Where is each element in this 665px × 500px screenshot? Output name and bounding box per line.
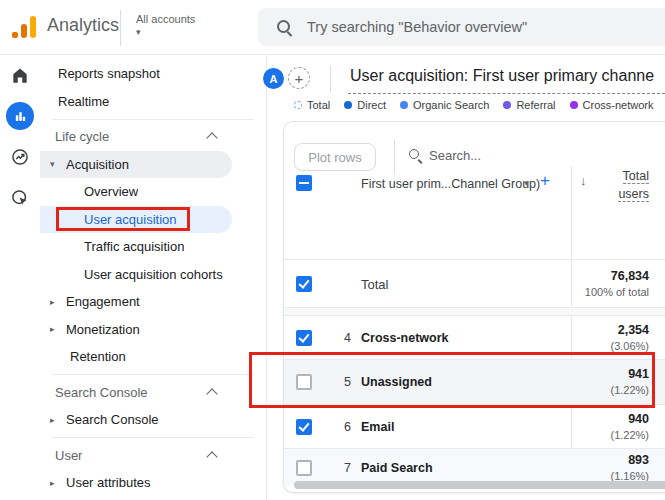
sidebar-item-overview[interactable]: Overview — [40, 178, 232, 206]
select-all-checkbox[interactable] — [296, 175, 312, 191]
caret-right-icon[interactable]: ▸ — [50, 415, 66, 425]
legend-label: Referral — [516, 99, 555, 111]
sidebar-item-acquisition[interactable]: ▾Acquisition — [40, 151, 232, 179]
explore-icon[interactable] — [6, 143, 34, 171]
row-values: 940(1.22%) — [610, 410, 649, 442]
row-index: 7 — [344, 461, 351, 475]
row-index: 4 — [344, 331, 351, 345]
logo-bar-tall — [30, 16, 36, 38]
legend-label: Organic Search — [413, 99, 489, 111]
sidebar-item-user[interactable]: User — [40, 442, 232, 470]
google-analytics-app: Analytics All accounts ▾ Try searching "… — [0, 0, 665, 500]
table-row-unassigned[interactable]: 5Unassigned941(1.22%) — [284, 360, 665, 405]
sidebar-item-traffic-acquisition[interactable]: Traffic acquisition — [40, 233, 232, 261]
row-checkbox[interactable] — [296, 419, 312, 435]
caret-right-icon[interactable]: ▸ — [50, 478, 66, 488]
totals-value: 76,834 — [585, 267, 649, 284]
metric-column-header[interactable]: Total users — [618, 167, 649, 203]
sidebar-item-search-console[interactable]: Search Console — [40, 379, 232, 407]
sidebar-item-label: User — [55, 448, 82, 463]
sidebar-divider — [52, 437, 254, 438]
legend-item-direct[interactable]: Direct — [344, 99, 386, 111]
total-users-percent: (1.22%) — [610, 427, 649, 442]
sidebar-item-user-attributes[interactable]: ▸User attributes — [40, 469, 232, 497]
sidebar-item-reports-snapshot[interactable]: Reports snapshot — [40, 60, 232, 88]
row-values: 941(1.22%) — [610, 366, 649, 398]
advertising-icon[interactable] — [6, 184, 34, 212]
sidebar-item-label: User attributes — [66, 475, 151, 490]
sidebar-item-realtime[interactable]: Realtime — [40, 88, 232, 116]
caret-down-icon[interactable]: ▾ — [50, 159, 66, 169]
topbar-divider — [120, 10, 121, 46]
total-users-value: 940 — [610, 410, 649, 427]
total-users-value: 2,354 — [610, 321, 649, 338]
caret-right-icon[interactable]: ▸ — [50, 297, 66, 307]
caret-down-icon[interactable]: ▾ — [524, 178, 529, 188]
sidebar-item-label: User acquisition — [84, 212, 177, 227]
home-icon[interactable] — [6, 62, 34, 90]
chevron-up-icon[interactable] — [206, 388, 217, 399]
table-row-email[interactable]: 6Email940(1.22%) — [284, 405, 665, 449]
row-checkbox[interactable] — [296, 374, 312, 390]
sidebar-item-user-acquisition[interactable]: User acquisition — [40, 206, 232, 234]
logo-bar-mid — [21, 24, 27, 38]
row-checkbox[interactable] — [296, 276, 312, 292]
sidebar-item-search-console[interactable]: ▸Search Console — [40, 406, 232, 434]
add-column-button[interactable]: + — [540, 171, 550, 191]
sidebar-item-life-cycle[interactable]: Life cycle — [40, 123, 232, 151]
sidebar-item-label: Traffic acquisition — [84, 239, 184, 254]
totals-label: Total — [361, 276, 388, 291]
chart-legend: TotalDirectOrganic SearchReferralCross-n… — [294, 98, 665, 112]
total-users-value: 893 — [610, 451, 649, 468]
dimension-column-header[interactable]: First user prim...Channel Group) — [361, 177, 540, 191]
legend-dot-icon — [294, 101, 302, 109]
reports-sidebar: Reports snapshotRealtimeLife cycle▾Acqui… — [40, 54, 267, 500]
avatar[interactable]: A — [263, 68, 284, 89]
chevron-up-icon[interactable] — [206, 451, 217, 462]
account-switcher[interactable]: All accounts ▾ — [136, 13, 195, 37]
sidebar-item-label: Acquisition — [66, 157, 129, 172]
legend-dot-icon — [570, 101, 578, 109]
total-users-value: 941 — [610, 366, 649, 383]
add-comparison-button[interactable]: + — [288, 67, 310, 89]
row-checkbox[interactable] — [296, 330, 312, 346]
title-dashed-underline — [348, 93, 665, 94]
row-index: 6 — [344, 420, 351, 434]
caret-down-icon[interactable]: ▾ — [136, 27, 195, 37]
analytics-logo-icon[interactable] — [12, 16, 38, 38]
caret-right-icon[interactable]: ▸ — [50, 324, 66, 334]
legend-item-referral[interactable]: Referral — [503, 99, 555, 111]
legend-dot-icon — [344, 101, 352, 109]
sidebar-item-label: Reports snapshot — [58, 66, 160, 81]
sidebar-item-retention[interactable]: Retention — [40, 343, 232, 371]
legend-item-cross-network[interactable]: Cross-network — [570, 99, 654, 111]
sidebar-item-user-acquisition-cohorts[interactable]: User acquisition cohorts — [40, 261, 232, 289]
horizontal-scrollbar[interactable] — [294, 481, 665, 489]
row-checkbox[interactable] — [296, 460, 312, 476]
table-search-input[interactable]: Search... — [429, 148, 481, 163]
header-divider — [330, 66, 331, 92]
global-search-input[interactable]: Try searching "Behavior overview" — [258, 8, 665, 46]
sort-descending-icon[interactable]: ↓ — [580, 173, 587, 188]
global-search-placeholder: Try searching "Behavior overview" — [307, 19, 527, 35]
legend-dot-icon — [503, 101, 511, 109]
toolbar-divider — [394, 140, 395, 173]
legend-item-organic-search[interactable]: Organic Search — [400, 99, 489, 111]
plot-rows-button[interactable]: Plot rows — [294, 143, 376, 171]
sidebar-divider — [52, 374, 254, 375]
account-switcher-label: All accounts — [136, 13, 195, 25]
legend-label: Cross-network — [583, 99, 654, 111]
sidebar-item-engagement[interactable]: ▸Engagement — [40, 288, 232, 316]
reports-bar-chart-icon[interactable] — [6, 102, 34, 130]
legend-item-total[interactable]: Total — [294, 99, 330, 111]
channel-name: Email — [361, 420, 394, 434]
channel-name: Paid Search — [361, 461, 433, 475]
table-row-cross-network[interactable]: 4Cross-network2,354(3.06%) — [284, 316, 665, 360]
row-values: 2,354(3.06%) — [610, 321, 649, 353]
sidebar-item-label: Retention — [70, 349, 126, 364]
sidebar-item-monetization[interactable]: ▸Monetization — [40, 316, 232, 344]
sidebar-item-label: Search Console — [55, 385, 148, 400]
chevron-up-icon[interactable] — [206, 133, 217, 144]
page-title[interactable]: User acquisition: First user primary cha… — [350, 67, 665, 85]
logo-dot — [12, 32, 18, 38]
